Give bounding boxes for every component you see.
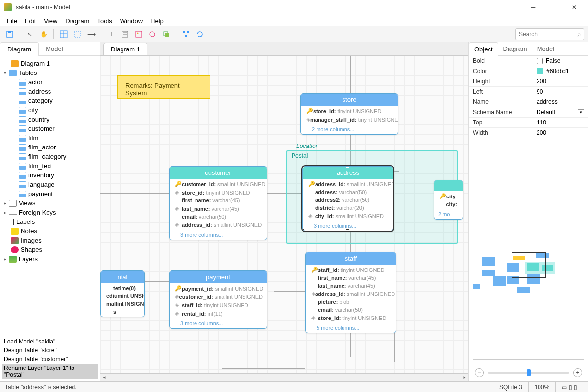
entity-column[interactable]: ◈rental_id:int(11) [170,309,267,318]
tab-model-props[interactable]: Model [532,42,559,55]
menu-diagram[interactable]: Diagram [61,16,93,25]
tab-model[interactable]: Model [39,42,70,55]
relation-icon[interactable]: ⟶ [85,28,97,40]
tree-table-item[interactable]: language [2,180,98,189]
property-row[interactable]: Color#60dbd1 [469,66,588,76]
tree-table-item[interactable]: address [2,87,98,96]
tree-fkeys[interactable]: ▸Foreign Keys [2,208,98,217]
menu-help[interactable]: Help [147,16,168,25]
refresh-icon[interactable] [194,28,206,40]
entity-column[interactable]: address2:varchar(50) [303,196,393,204]
property-row[interactable]: Width200 [469,128,588,138]
tree-table-item[interactable]: customer [2,124,98,133]
entity-column[interactable]: ◈address_id:smallint UNSIGNED [170,220,267,229]
entity-column[interactable]: ◈manager_staff_id:tinyint UNSIGNED [301,115,398,123]
close-button[interactable]: ✕ [564,1,584,13]
menu-file[interactable]: File [3,16,21,25]
hand-icon[interactable]: ✋ [38,28,49,40]
tab-object[interactable]: Object [469,42,498,56]
minimap[interactable] [473,247,584,360]
entity-column[interactable]: 🔑payment_id:smallint UNSIGNED [170,284,267,293]
menu-view[interactable]: View [40,16,61,25]
tab-diagram[interactable]: Diagram [0,42,39,56]
tree-table-item[interactable]: payment [2,189,98,198]
tree-table-item[interactable]: inventory [2,171,98,180]
entity-column[interactable]: tetime(0) [101,284,144,292]
horizontal-scrollbar[interactable] [100,373,468,381]
entity-column[interactable]: ◈store_id:tinyint UNSIGNED [306,314,396,322]
view-icon[interactable] [72,28,83,40]
tree-table-item[interactable]: city [2,105,98,115]
zoom-slider[interactable] [488,372,569,374]
entity-column[interactable]: ediumint UNSIGN... [101,292,144,300]
image-icon[interactable] [133,28,145,40]
tree-tables[interactable]: ▾Tables [2,68,98,77]
property-row[interactable]: Nameaddress [469,97,588,107]
entity-more[interactable]: 2 mo [434,209,463,219]
entity-column[interactable]: ◈customer_id:smallint UNSIGNED [170,293,267,301]
history-item[interactable]: Design Table "store" [2,346,98,355]
layer-icon[interactable] [160,28,172,40]
entity-more[interactable]: 3 more columns... [170,318,267,328]
entity-column[interactable]: 🔑customer_id:smallint UNSIGNED [170,180,267,188]
property-row[interactable]: Height200 [469,76,588,87]
entity-column[interactable]: address:varchar(50) [303,188,393,196]
entity-column[interactable]: ◈city_id:smallint UNSIGNED [303,212,393,220]
note-remarks[interactable]: Remarks: Payment System [117,75,210,99]
tree-table-item[interactable]: film [2,133,98,143]
property-row[interactable]: Top110 [469,118,588,128]
search-input[interactable] [519,31,577,38]
entity-column[interactable]: city: [434,200,463,208]
entity-column[interactable]: ◈store_id:tinyint UNSIGNED [170,188,267,196]
pointer-icon[interactable]: ↖ [24,28,36,40]
property-row[interactable]: Schema NameDefault ▾ [469,107,588,118]
entity-column[interactable]: picture:blob [306,298,396,306]
entity-column[interactable]: first_name:varchar(45) [170,196,267,204]
entity-more[interactable]: 5 more columns... [306,323,396,333]
canvas-tab[interactable]: Diagram 1 [103,43,147,55]
status-layout-icons[interactable]: ▭ ▯ ▯ [555,382,583,392]
tree-shapes[interactable]: Shapes [2,245,98,254]
property-row[interactable]: Bold False [469,56,588,66]
entity-column[interactable]: s [101,308,144,316]
tree-table-item[interactable]: country [2,115,98,124]
note-icon[interactable] [119,28,131,40]
tree-table-item[interactable]: film_actor [2,143,98,152]
entity-column[interactable]: email:varchar(50) [306,306,396,314]
tree-labels[interactable]: Labels [2,217,98,226]
tree-views[interactable]: ▸Views [2,198,98,208]
entity-column[interactable]: 🔑address_id:smallint UNSIGNED [303,180,393,188]
table-icon[interactable] [58,28,70,40]
label-icon[interactable]: T [105,28,117,40]
entity-column[interactable]: 🔑staff_id:tinyint UNSIGNED [306,266,396,274]
tree-table-item[interactable]: actor [2,77,98,87]
object-tree[interactable]: Diagram 1 ▾Tables actoraddresscategoryci… [0,56,100,335]
entity-address[interactable]: address 🔑address_id:smallint UNSIGNEDadd… [302,166,393,231]
entity-column[interactable]: first_name:varchar(45) [306,274,396,282]
entity-more[interactable]: 3 more columns... [170,230,267,240]
entity-store[interactable]: store 🔑store_id:tinyint UNSIGNED◈manager… [300,93,398,135]
entity-more[interactable]: 2 more columns... [301,124,398,134]
entity-column[interactable]: district:varchar(20) [303,204,393,212]
entity-column[interactable]: ◈address_id:smallint UNSIGNED [306,290,396,298]
tree-table-item[interactable]: film_text [2,161,98,171]
tree-notes[interactable]: Notes [2,226,98,236]
property-row[interactable]: Left90 [469,87,588,97]
entity-column[interactable]: ◈last_name:varchar(45) [170,204,267,213]
tree-table-item[interactable]: film_category [2,152,98,161]
zoom-out-button[interactable]: − [475,368,484,377]
menu-edit[interactable]: Edit [21,16,40,25]
entity-rental[interactable]: ntal tetime(0)ediumint UNSIGN...mallint … [100,270,145,317]
entity-column[interactable]: 🔑city_ [434,192,463,200]
tree-diagram[interactable]: Diagram 1 [2,59,98,68]
entity-payment[interactable]: payment 🔑payment_id:smallint UNSIGNED◈cu… [169,270,267,329]
history-item[interactable]: Rename Layer "Layer 1" to "Postal" [2,364,98,379]
save-icon[interactable] [4,28,16,40]
maximize-button[interactable]: ☐ [544,1,564,13]
entity-column[interactable]: mallint INSIGNED [101,300,144,308]
autolayout-icon[interactable] [180,28,192,40]
history-item[interactable]: Design Table "customer" [2,355,98,364]
entity-city[interactable]: 🔑city_city: 2 mo [434,180,463,220]
menu-tools[interactable]: Tools [93,16,116,25]
menu-window[interactable]: Window [116,16,147,25]
